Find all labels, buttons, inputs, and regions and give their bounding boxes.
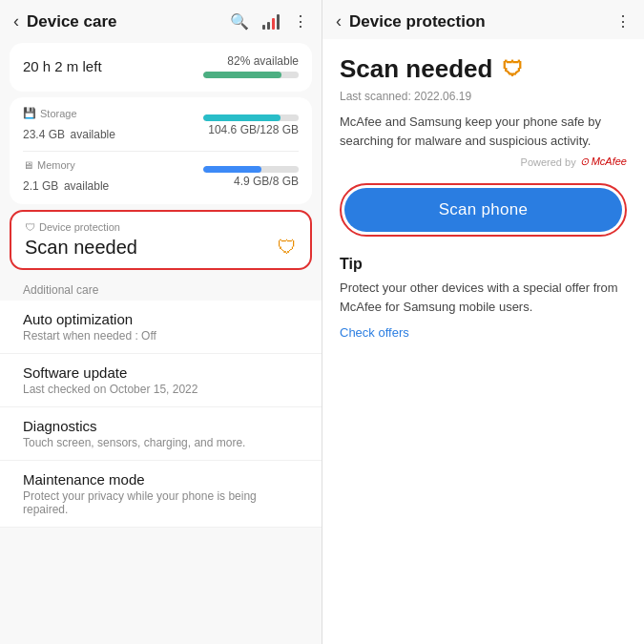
battery-available-label: 82% available [227,54,299,68]
care-items-list: Auto optimization Restart when needed : … [0,301,322,528]
device-protection-row: Scan needed 🛡 [25,237,297,259]
check-offers-link[interactable]: Check offers [340,325,409,340]
storage-progress-fill [203,114,280,121]
storage-section[interactable]: 💾 Storage 23.4 GB available 104.6 GB/128… [10,97,312,204]
memory-progress-fill [203,166,261,173]
diagnostics-title: Diagnostics [23,418,299,434]
storage-label: 💾 Storage [23,107,115,119]
right-header: ‹ Device protection ⋮ [322,0,644,39]
auto-optimization-title: Auto optimization [23,311,299,327]
maintenance-mode-item[interactable]: Maintenance mode Protect your privacy wh… [0,461,322,528]
maintenance-mode-title: Maintenance mode [23,471,299,488]
diagnostics-sub: Touch screen, sensors, charging, and mor… [23,436,299,449]
last-scanned-label: Last scanned: 2022.06.19 [340,90,627,103]
storage-value: 23.4 GB available [23,121,115,143]
storage-progress-bar [203,114,299,121]
right-more-options-icon[interactable]: ⋮ [615,12,631,31]
battery-progress-fill [203,72,281,78]
device-protection-card[interactable]: 🛡 Device protection Scan needed 🛡 [10,210,312,270]
battery-progress-bar [203,72,299,78]
bar3 [272,18,275,30]
scan-description: McAfee and Samsung keep your phone safe … [340,113,627,150]
maintenance-mode-sub: Protect your privacy while your phone is… [23,489,299,516]
storage-detail: 104.6 GB/128 GB [203,114,299,136]
bar2 [267,22,270,30]
additional-care-label: Additional care [0,276,322,301]
auto-optimization-item[interactable]: Auto optimization Restart when needed : … [0,301,322,354]
memory-progress-bar [203,166,299,173]
tip-description: Protect your other devices with a specia… [340,279,627,316]
left-header: ‹ Device care 🔍 ⋮ [0,0,322,39]
memory-detail: 4.9 GB/8 GB [203,166,299,188]
right-header-title: Device protection [349,12,615,31]
bar1 [262,25,265,30]
warning-shield-icon: 🛡 [278,237,297,259]
powered-by-label: Powered by ⊙ McAfee [340,156,627,168]
auto-optimization-sub: Restart when needed : Off [23,329,299,343]
left-header-title: Device care [27,12,230,31]
mcafee-logo: ⊙ McAfee [580,156,627,168]
battery-section[interactable]: 20 h 2 m left 82% available [10,43,312,92]
software-update-sub: Last checked on October 15, 2022 [23,383,299,396]
scan-needed-left-text: Scan needed [25,237,137,259]
time-left-label: 20 h 2 m left [23,58,102,74]
search-icon[interactable]: 🔍 [230,12,249,31]
scan-needed-big-title: Scan needed 🛡 [340,54,627,84]
software-update-title: Software update [23,364,299,381]
device-protection-label: 🛡 Device protection [25,221,297,233]
memory-label: 🖥 Memory [23,159,109,171]
bar4 [277,14,280,30]
scan-phone-button[interactable]: Scan phone [344,188,622,232]
right-back-button[interactable]: ‹ [336,11,342,31]
memory-value: 2.1 GB available [23,173,109,195]
more-options-icon[interactable]: ⋮ [293,12,308,31]
shield-icon: 🛡 [25,221,35,233]
tip-section: Tip Protect your other devices with a sp… [340,256,627,341]
left-panel: ‹ Device care 🔍 ⋮ 20 h 2 m left 82% avai… [0,0,322,644]
signal-bars-icon [262,14,280,30]
left-back-button[interactable]: ‹ [13,11,19,31]
software-update-item[interactable]: Software update Last checked on October … [0,354,322,407]
diagnostics-item[interactable]: Diagnostics Touch screen, sensors, charg… [0,407,322,461]
right-panel: ‹ Device protection ⋮ Scan needed 🛡 Last… [322,0,644,644]
scan-button-wrapper: Scan phone [340,183,627,237]
right-content: Scan needed 🛡 Last scanned: 2022.06.19 M… [322,39,644,644]
tip-title: Tip [340,256,627,273]
left-header-icons: 🔍 ⋮ [230,12,308,31]
right-warning-shield-icon: 🛡 [502,57,523,82]
